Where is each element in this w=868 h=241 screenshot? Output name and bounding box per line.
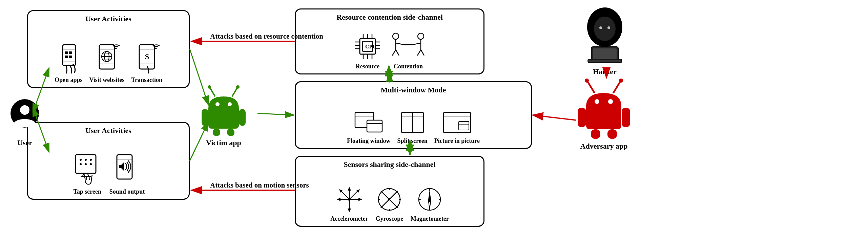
svg-rect-112: [239, 109, 246, 126]
multiwindow-icons: Floating window Split screen: [347, 99, 480, 145]
svg-rect-65: [367, 120, 382, 132]
hacker-icon: [583, 7, 627, 66]
sensors-box: Sensors sharing side-channel: [295, 156, 484, 227]
resource-contention-title: Resource contention side-channel: [336, 13, 443, 22]
sensors-title: Sensors sharing side-channel: [344, 160, 435, 169]
svg-point-120: [608, 99, 613, 104]
contention-item: Contention: [390, 31, 427, 70]
svg-point-109: [215, 102, 220, 106]
floating-window-label: Floating window: [347, 137, 391, 145]
tap-screen-label: Tap screen: [73, 188, 101, 195]
cpu-item: CPU Res: [352, 31, 383, 70]
user-avatar: User: [9, 98, 40, 147]
svg-rect-3: [65, 51, 68, 54]
adversary-app-icon: [576, 74, 632, 140]
svg-point-27: [90, 163, 92, 165]
svg-point-104: [20, 105, 29, 115]
transaction-icon: $: [134, 43, 160, 75]
svg-line-107: [232, 88, 237, 96]
svg-line-140: [257, 113, 294, 115]
visit-websites-icon: [94, 43, 120, 75]
sound-output-icon: [112, 153, 142, 187]
accelerometer-item: Accelerometer: [330, 185, 368, 222]
user-activities-top-title: User Activities: [85, 15, 131, 23]
svg-line-146: [533, 115, 576, 120]
picture-in-picture-label: Picture in picture: [434, 137, 480, 145]
svg-rect-124: [607, 129, 617, 139]
svg-text:CPU: CPU: [365, 44, 376, 49]
svg-marker-97: [428, 199, 431, 209]
svg-rect-4: [69, 51, 72, 54]
contention-label: Contention: [394, 63, 423, 70]
contention-icon: [390, 31, 427, 62]
open-apps-item: Open apps: [55, 43, 83, 84]
svg-point-15: [115, 48, 117, 49]
svg-rect-121: [578, 108, 586, 127]
svg-marker-81: [358, 198, 362, 201]
svg-marker-79: [337, 198, 340, 201]
transaction-label: Transaction: [131, 76, 162, 84]
svg-point-126: [594, 17, 616, 41]
tap-screen-item: Tap screen: [72, 153, 103, 195]
visit-websites-label: Visit websites: [89, 76, 125, 84]
svg-rect-72: [459, 122, 469, 130]
open-apps-label: Open apps: [55, 76, 83, 84]
multiwindow-title: Multi-window Mode: [381, 86, 446, 94]
svg-point-24: [90, 159, 92, 161]
svg-point-110: [228, 102, 232, 106]
attacks-motion-label: Attacks based on motion sensors: [210, 181, 309, 190]
svg-rect-36: [119, 165, 121, 168]
cpu-icon: CPU: [352, 31, 383, 62]
split-screen-label: Split screen: [397, 137, 428, 145]
multiwindow-box: Multi-window Mode Floating window: [295, 81, 532, 149]
sound-output-item: Sound output: [109, 153, 145, 195]
picture-in-picture-item: Picture in picture: [434, 111, 480, 145]
svg-line-61: [417, 50, 421, 56]
hacker: Hacker: [583, 7, 627, 76]
sound-output-label: Sound output: [109, 188, 145, 195]
svg-point-102: [429, 198, 431, 200]
magnetometer-item: Magnetometer: [411, 185, 449, 222]
tap-screen-icon: [72, 153, 103, 187]
svg-line-117: [613, 82, 620, 93]
svg-rect-123: [591, 129, 600, 139]
svg-point-94: [388, 198, 390, 200]
svg-rect-0: [63, 45, 76, 66]
picture-in-picture-icon: [442, 111, 472, 136]
svg-line-115: [588, 82, 595, 93]
svg-rect-111: [202, 109, 208, 126]
hacker-label: Hacker: [583, 67, 627, 76]
svg-rect-114: [227, 129, 234, 136]
attacks-contention-label: Attacks based on resource contention: [210, 32, 323, 41]
svg-line-60: [413, 43, 421, 45]
gyroscope-label: Gyroscope: [375, 215, 403, 222]
transaction-item: $ Transaction: [131, 43, 162, 84]
svg-point-25: [80, 163, 82, 165]
accelerometer-icon: [335, 185, 364, 214]
open-apps-icon: [56, 43, 81, 75]
svg-point-127: [599, 26, 602, 29]
svg-marker-75: [348, 187, 351, 191]
svg-rect-5: [65, 56, 68, 58]
floating-window-item: Floating window: [347, 111, 391, 145]
victim-app-label: Victim app: [200, 138, 247, 147]
user-activities-bottom-box: User Activities: [27, 122, 190, 200]
split-screen-item: Split screen: [397, 111, 428, 145]
victim-app: Victim app: [200, 81, 247, 147]
svg-rect-6: [69, 56, 72, 58]
svg-text:$: $: [145, 52, 149, 61]
gyroscope-icon: [375, 185, 404, 214]
svg-point-26: [85, 163, 87, 165]
svg-line-55: [392, 50, 396, 56]
svg-point-22: [80, 159, 82, 161]
victim-app-icon: [200, 81, 247, 137]
svg-point-106: [208, 85, 211, 89]
visit-websites-item: Visit websites: [89, 43, 125, 84]
svg-line-56: [396, 50, 399, 56]
svg-point-52: [393, 33, 399, 39]
svg-rect-122: [622, 108, 630, 127]
svg-rect-130: [593, 48, 617, 59]
user-activities-bottom-icons: Tap screen Sound output: [72, 140, 145, 195]
user-activities-top-box: User Activities: [27, 10, 190, 88]
svg-rect-113: [213, 129, 220, 136]
